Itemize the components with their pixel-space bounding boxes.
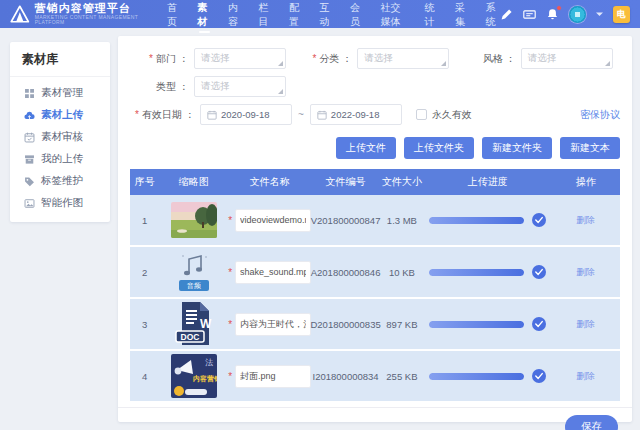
calendar-icon [317, 110, 327, 120]
nav-item-6[interactable]: 互动 [319, 0, 335, 35]
nav-item-8[interactable]: 社交媒体 [380, 0, 409, 35]
nav-item-2[interactable]: 素材 [197, 0, 213, 35]
check-circle-icon [532, 317, 546, 331]
category-select[interactable]: 请选择 [357, 48, 449, 69]
file-name-cell [228, 261, 311, 284]
upload-action-button-2[interactable]: 上传文件夹 [404, 137, 474, 159]
topbar-actions: 电 [500, 6, 630, 23]
progress-cell [424, 213, 551, 227]
permanent-label: 永久有效 [432, 108, 472, 122]
check-circle-icon [532, 369, 546, 383]
upload-action-button-4[interactable]: 新建文本 [560, 137, 620, 159]
col-header-6: 上传进度 [424, 175, 551, 189]
sidebar-item-1[interactable]: 素材管理 [10, 82, 110, 104]
progress-cell [424, 317, 551, 331]
sidebar-item-2[interactable]: 素材上传 [10, 104, 110, 126]
sidebar-item-label: 我的上传 [41, 152, 83, 166]
col-header-1: 序号 [130, 175, 159, 189]
nav-item-11[interactable]: 系统 [485, 0, 501, 35]
file-code: V201800000847 [311, 215, 380, 226]
label-colon: ： [179, 52, 189, 66]
end-date-input[interactable]: 2022-09-18 [310, 104, 402, 125]
nav-item-10[interactable]: 采集 [454, 0, 470, 35]
sidebar-item-6[interactable]: 智能作图 [10, 192, 110, 214]
file-name-input[interactable] [235, 209, 311, 232]
label-colon: ： [506, 52, 516, 66]
category-label: 分类 [293, 52, 339, 66]
archive-icon [24, 154, 35, 165]
delete-link[interactable]: 删除 [576, 318, 595, 331]
svg-text:内容营销: 内容营销 [193, 374, 217, 383]
col-header-4: 文件编号 [311, 175, 380, 189]
nav-item-4[interactable]: 栏目 [258, 0, 274, 35]
form-row-2: 类型 ： 请选择 [130, 76, 620, 97]
start-date-input[interactable]: 2020-09-18 [200, 104, 292, 125]
date-separator: ~ [298, 109, 304, 120]
file-name-cell [228, 365, 311, 388]
form-row-1: 部门 ： 请选择 分类 ： 请选择 风格 ： 请选择 [130, 48, 620, 69]
save-button[interactable]: 保存 [565, 415, 618, 430]
check-circle-icon [532, 265, 546, 279]
col-header-7: 操作 [551, 175, 620, 189]
bell-icon[interactable] [546, 8, 559, 21]
upload-action-button-1[interactable]: 上传文件 [336, 137, 396, 159]
nav-item-3[interactable]: 内容 [227, 0, 243, 35]
nav-item-1[interactable]: 首页 [166, 0, 182, 35]
telecom-widget-icon[interactable]: 电 [613, 6, 630, 23]
style-label: 风格 [457, 52, 503, 66]
check-circle-icon [532, 213, 546, 227]
thumbnail-audio-note: 音频 [159, 253, 228, 291]
file-size: 1.3 MB [380, 215, 424, 226]
notification-badge [556, 5, 562, 11]
table-row: 2音频A20180000084610 KB删除 [130, 247, 620, 299]
thumbnail-cover-image: 法内容营销 [159, 354, 228, 398]
chevron-down-icon[interactable] [596, 12, 603, 17]
sidebar-item-label: 素材审核 [41, 130, 83, 144]
file-size: 255 KB [380, 371, 424, 382]
permanent-checkbox[interactable] [416, 109, 427, 120]
svg-text:W: W [200, 317, 212, 331]
file-code: I201800000834 [311, 371, 380, 382]
thumbnail-audio: 音频 [179, 253, 209, 291]
file-name-input[interactable] [235, 261, 311, 284]
pencil-icon[interactable] [500, 8, 513, 21]
select-placeholder: 请选择 [201, 80, 230, 93]
thumbnail-doc-file: WDOC [159, 301, 228, 347]
audio-type-badge: 音频 [179, 280, 209, 291]
progress-cell [424, 369, 551, 383]
avatar[interactable] [569, 6, 586, 23]
delete-link[interactable]: 删除 [576, 266, 595, 279]
nav-item-9[interactable]: 统计 [424, 0, 440, 35]
col-header-5: 文件大小 [380, 175, 424, 189]
style-select[interactable]: 请选择 [521, 48, 613, 69]
nav-item-7[interactable]: 会员 [349, 0, 365, 35]
monitor-icon[interactable] [523, 8, 536, 21]
label-colon: ： [179, 80, 189, 94]
table-header: 序号缩略图文件名称文件编号文件大小上传进度操作 [130, 169, 620, 195]
nav-item-5[interactable]: 配置 [288, 0, 304, 35]
sidebar-item-label: 标签维护 [41, 174, 83, 188]
file-name-cell [228, 313, 311, 336]
delete-link[interactable]: 删除 [576, 370, 595, 383]
type-label: 类型 [130, 80, 176, 94]
sidebar-item-5[interactable]: 标签维护 [10, 170, 110, 192]
col-header-3: 文件名称 [228, 175, 311, 189]
upload-action-button-3[interactable]: 新建文件夹 [482, 137, 552, 159]
row-index: 4 [130, 371, 159, 382]
security-agreement-link[interactable]: 密保协议 [580, 108, 620, 122]
panel-footer: 保存 [118, 407, 632, 430]
sidebar-item-4[interactable]: 我的上传 [10, 148, 110, 170]
sidebar-title: 素材库 [10, 42, 110, 77]
action-cell: 删除 [551, 214, 620, 227]
delete-link[interactable]: 删除 [576, 214, 595, 227]
select-placeholder: 请选择 [528, 52, 557, 65]
type-select[interactable]: 请选择 [194, 76, 286, 97]
logo[interactable]: 营销内容管理平台 MARKETING CONTENT MANAGEMENT PL… [10, 3, 140, 25]
upload-actions: 上传文件上传文件夹新建文件夹新建文本 [130, 137, 620, 159]
sidebar-item-3[interactable]: 素材审核 [10, 126, 110, 148]
file-name-input[interactable] [235, 313, 311, 336]
file-name-input[interactable] [235, 365, 311, 388]
department-select[interactable]: 请选择 [194, 48, 286, 69]
tag-icon [24, 176, 35, 187]
label-colon: ： [185, 108, 195, 122]
